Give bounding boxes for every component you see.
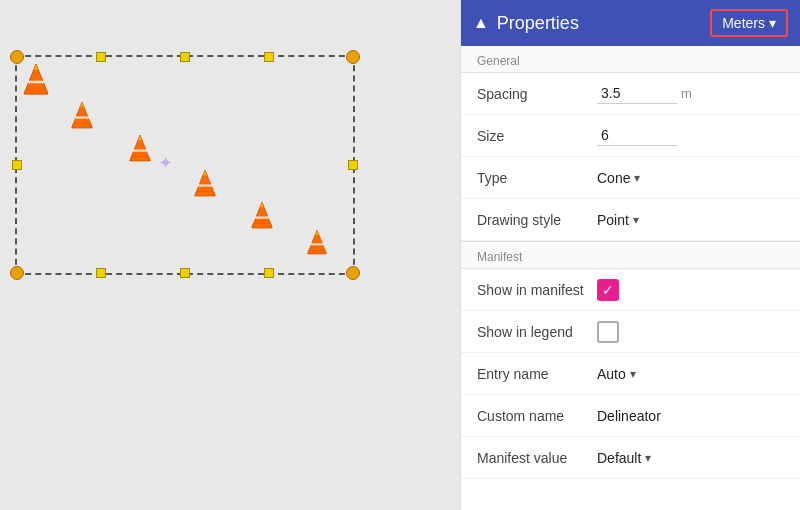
svg-rect-1 xyxy=(25,89,47,94)
svg-rect-17 xyxy=(253,224,272,228)
entry-name-label: Entry name xyxy=(477,366,597,382)
manifest-value-row: Manifest value Default ▾ xyxy=(461,437,800,479)
manifest-value-dropdown[interactable]: Default ▾ xyxy=(597,450,651,466)
manifest-value-value: Default xyxy=(597,450,641,466)
show-in-manifest-checkbox[interactable]: ✓ xyxy=(597,279,619,301)
type-dropdown-arrow: ▾ xyxy=(634,171,640,185)
drawing-style-label: Drawing style xyxy=(477,212,597,228)
handle-tm[interactable] xyxy=(180,52,190,62)
spacing-label: Spacing xyxy=(477,86,597,102)
panel-header: ▲ Properties Meters ▾ xyxy=(461,0,800,46)
show-in-legend-checkbox[interactable] xyxy=(597,321,619,343)
cone-4 xyxy=(193,168,217,198)
show-in-manifest-label: Show in manifest xyxy=(477,282,597,298)
type-row: Type Cone ▾ xyxy=(461,157,800,199)
handle-bl[interactable] xyxy=(10,266,24,280)
cone-1 xyxy=(22,62,50,96)
handle-bm[interactable] xyxy=(180,268,190,278)
spacing-row: Spacing m xyxy=(461,73,800,115)
custom-name-value: Delineator xyxy=(597,408,784,424)
cone-3 xyxy=(128,133,152,163)
entry-name-dropdown-arrow: ▾ xyxy=(630,367,636,381)
general-section-label: General xyxy=(461,46,800,73)
svg-rect-5 xyxy=(73,124,92,128)
drawing-style-value: Point xyxy=(597,212,629,228)
size-label: Size xyxy=(477,128,597,144)
panel-header-left: ▲ Properties xyxy=(473,13,579,34)
type-value: Cone xyxy=(597,170,630,186)
cone-6 xyxy=(306,228,328,256)
handle-t2[interactable] xyxy=(264,52,274,62)
handle-mr[interactable] xyxy=(348,160,358,170)
properties-panel: ▲ Properties Meters ▾ General Spacing m … xyxy=(460,0,800,510)
manifest-section-label: Manifest xyxy=(461,242,800,269)
selection-box[interactable] xyxy=(15,55,355,275)
type-label: Type xyxy=(477,170,597,186)
spacing-unit: m xyxy=(681,86,692,101)
show-in-legend-row: Show in legend xyxy=(461,311,800,353)
entry-name-row: Entry name Auto ▾ xyxy=(461,353,800,395)
svg-rect-9 xyxy=(131,157,150,161)
handle-b1[interactable] xyxy=(96,268,106,278)
handle-t1[interactable] xyxy=(96,52,106,62)
type-dropdown[interactable]: Cone ▾ xyxy=(597,170,640,186)
entry-name-value: Auto xyxy=(597,366,626,382)
size-input[interactable] xyxy=(597,125,677,146)
sparkle-icon: ✦ xyxy=(158,152,173,174)
custom-name-row: Custom name Delineator xyxy=(461,395,800,437)
handle-br[interactable] xyxy=(346,266,360,280)
canvas-inner: ✦ xyxy=(0,0,460,510)
manifest-value-dropdown-arrow: ▾ xyxy=(645,451,651,465)
cone-2 xyxy=(70,100,94,130)
drawing-style-dropdown-arrow: ▾ xyxy=(633,213,639,227)
show-in-manifest-row: Show in manifest ✓ xyxy=(461,269,800,311)
entry-name-dropdown[interactable]: Auto ▾ xyxy=(597,366,636,382)
meters-label: Meters xyxy=(722,15,765,31)
panel-title: Properties xyxy=(497,13,579,34)
checkmark-icon: ✓ xyxy=(602,282,614,298)
spacing-input[interactable] xyxy=(597,83,677,104)
svg-rect-13 xyxy=(196,192,215,196)
meters-button[interactable]: Meters ▾ xyxy=(710,9,788,37)
handle-tr[interactable] xyxy=(346,50,360,64)
manifest-value-label: Manifest value xyxy=(477,450,597,466)
handle-b2[interactable] xyxy=(264,268,274,278)
panel-content: General Spacing m Size Type Cone ▾ Drawi… xyxy=(461,46,800,510)
drawing-style-row: Drawing style Point ▾ xyxy=(461,199,800,241)
size-row: Size xyxy=(461,115,800,157)
canvas-area: ✦ xyxy=(0,0,460,510)
meters-dropdown-arrow: ▾ xyxy=(769,15,776,31)
show-in-legend-label: Show in legend xyxy=(477,324,597,340)
manifest-section: Manifest Show in manifest ✓ Show in lege… xyxy=(461,241,800,479)
collapse-icon[interactable]: ▲ xyxy=(473,14,489,32)
handle-ml[interactable] xyxy=(12,160,22,170)
svg-rect-21 xyxy=(308,250,325,254)
custom-name-label: Custom name xyxy=(477,408,597,424)
cone-5 xyxy=(250,200,274,230)
drawing-style-dropdown[interactable]: Point ▾ xyxy=(597,212,639,228)
